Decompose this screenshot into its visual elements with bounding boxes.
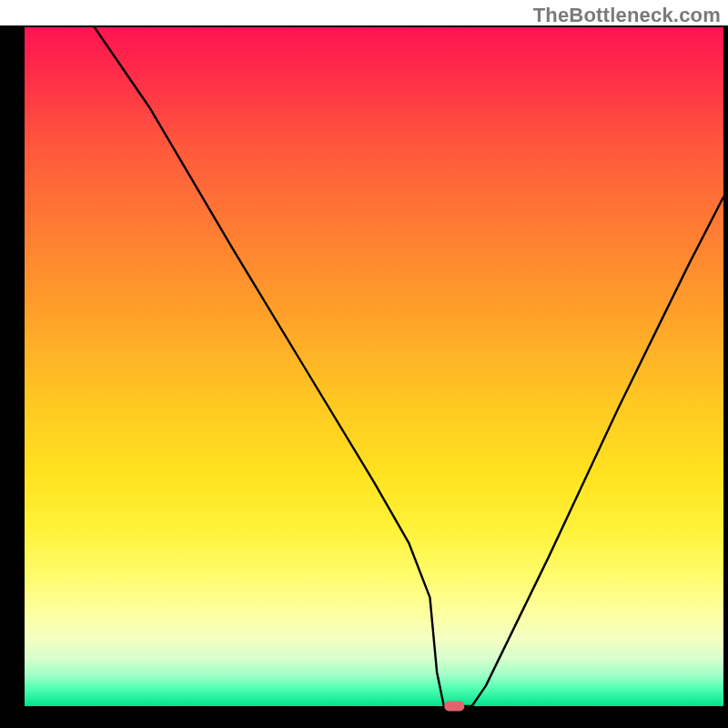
- bottleneck-chart: [0, 0, 728, 728]
- plot-area: [25, 27, 723, 706]
- chart-container: TheBottleneck.com: [0, 0, 728, 728]
- watermark-text: TheBottleneck.com: [533, 4, 721, 27]
- optimal-marker: [444, 702, 464, 712]
